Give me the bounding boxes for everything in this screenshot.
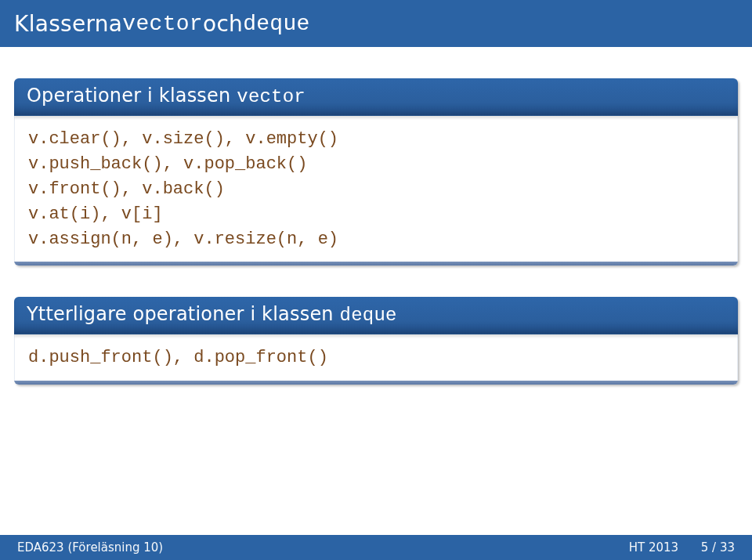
- block-header: Ytterligare operationer i klassen deque: [14, 297, 738, 334]
- block-accent: [14, 262, 738, 266]
- slide-title: Klasserna vector och deque: [0, 0, 752, 47]
- block-deque-ops: Ytterligare operationer i klassen deque …: [14, 297, 738, 385]
- footer-page: 5 / 33: [701, 540, 735, 555]
- title-code-deque: deque: [243, 12, 310, 36]
- block2-header-code: deque: [340, 305, 397, 326]
- code-line: v.assign(n, e), v.resize(n, e): [28, 227, 724, 252]
- code-line: d.push_front(), d.pop_front(): [28, 345, 724, 370]
- slide-content: Operationer i klassen vector v.clear(), …: [0, 47, 752, 385]
- code-line: v.clear(), v.size(), v.empty(): [28, 127, 724, 152]
- block1-body: v.clear(), v.size(), v.empty() v.push_ba…: [14, 116, 738, 266]
- block-accent: [14, 381, 738, 385]
- title-prefix: Klasserna: [14, 11, 122, 37]
- code-line: v.front(), v.back(): [28, 177, 724, 202]
- footer-right: HT 2013 5 / 33: [629, 540, 735, 555]
- title-code-vector: vector: [122, 12, 203, 36]
- block2-body: d.push_front(), d.pop_front(): [14, 334, 738, 385]
- footer-left: EDA623 (Föreläsning 10): [17, 540, 163, 555]
- slide-footer: EDA623 (Föreläsning 10) HT 2013 5 / 33: [0, 535, 752, 560]
- block-vector-ops: Operationer i klassen vector v.clear(), …: [14, 78, 738, 266]
- block1-header-prefix: Operationer i klassen: [27, 85, 237, 107]
- title-mid: och: [203, 11, 243, 37]
- code-line: v.push_back(), v.pop_back(): [28, 152, 724, 177]
- footer-term: HT 2013: [629, 540, 678, 555]
- block2-header-prefix: Ytterligare operationer i klassen: [27, 303, 340, 325]
- block-header: Operationer i klassen vector: [14, 78, 738, 116]
- code-line: v.at(i), v[i]: [28, 202, 724, 227]
- block1-header-code: vector: [237, 86, 306, 107]
